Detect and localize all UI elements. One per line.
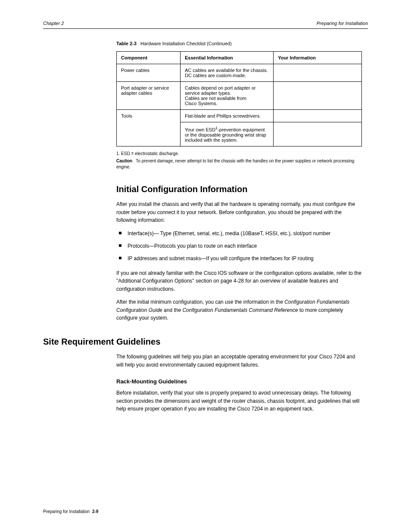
table-title: Hardware Installation Checklist (Continu…	[140, 41, 232, 46]
list-item: IP addresses and subnet masks—If you wil…	[116, 255, 362, 263]
checklist-table: Component Essential Information Your Inf…	[116, 51, 362, 146]
rack-subheading: Rack-Mounting Guidelines	[116, 378, 362, 385]
section-initial-config-title: Initial Configuration Information	[116, 184, 362, 194]
initial-bullets: Interface(s)— Type (Ethernet, serial, et…	[116, 230, 362, 263]
table-row: Power cables AC cables are available for…	[117, 64, 362, 82]
table-header-row: Component Essential Information Your Inf…	[117, 52, 362, 64]
table-footnotes: 1. ESD = electrostatic discharge. Cautio…	[116, 151, 362, 170]
table-caution: Caution To prevent damage, never attempt…	[116, 158, 362, 170]
site-intro: The following guidelines will help you p…	[116, 353, 362, 369]
cell-info: AC cables are available for the chassis.…	[180, 64, 273, 82]
table-row: Port adapter or service adapter cables C…	[117, 82, 362, 110]
list-item: Interface(s)— Type (Ethernet, serial, et…	[116, 230, 362, 238]
footnote-esd: 1. ESD = electrostatic discharge.	[116, 151, 362, 157]
cell-info: Your own ESD1-prevention equipment or th…	[180, 122, 273, 146]
cell-your	[274, 64, 362, 82]
initial-p1: If you are not already familiar with the…	[116, 269, 362, 293]
cell-your	[274, 82, 362, 110]
running-head: Chapter 2 Preparing for Installation	[43, 21, 368, 29]
cell-component: Power cables	[117, 64, 181, 82]
col-essential: Essential Information	[180, 52, 273, 64]
table-number: Table 2-3	[116, 41, 137, 46]
table-row: Tools Flat-blade and Phillips screwdrive…	[117, 110, 362, 122]
cell-info: Cables depend on port adapter or service…	[180, 82, 273, 110]
page-footer: Preparing for Installation 2-9	[43, 509, 98, 514]
cell-your	[274, 110, 362, 122]
cell-component: Tools	[117, 110, 181, 146]
initial-p2: After the initial minimum configuration,…	[116, 298, 362, 322]
cell-your	[274, 122, 362, 146]
table-caption: Table 2-3 Hardware Installation Checklis…	[116, 41, 362, 46]
initial-intro: After you install the chassis and verify…	[116, 200, 362, 224]
col-component: Component	[117, 52, 181, 64]
section-site-title: Site Requirement Guidelines	[43, 337, 368, 347]
col-your: Your Information	[274, 52, 362, 64]
header-right: Preparing for Installation	[317, 21, 368, 26]
header-left: Chapter 2	[43, 21, 64, 26]
cell-component: Port adapter or service adapter cables	[117, 82, 181, 110]
rack-p: Before installation, verify that your si…	[116, 389, 362, 413]
list-item: Protocols—Protocols you plan to route on…	[116, 242, 362, 250]
cell-info: Flat-blade and Phillips screwdrivers.	[180, 110, 273, 122]
